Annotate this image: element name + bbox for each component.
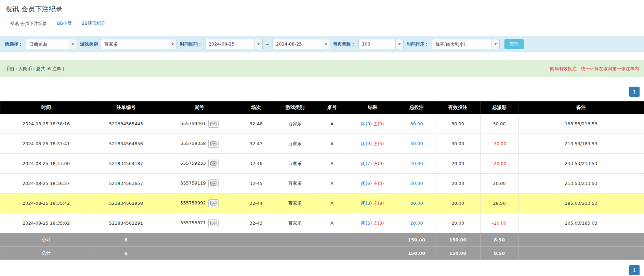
subtotal-total-bet: 150.00 <box>398 233 435 247</box>
game-type-select[interactable]: 百家乐 <box>101 39 177 49</box>
cell-round-id: 555759358 <box>160 134 239 154</box>
search-button[interactable]: 查询 <box>504 39 524 49</box>
cell-bet-id: 521834562291 <box>92 213 160 233</box>
column-header-payout: 总派彩 <box>480 101 518 114</box>
total-bet-link[interactable]: 30.00 <box>410 201 423 206</box>
cell-time: 2024-08-25 18:35:02 <box>0 213 92 233</box>
column-header-note: 备注 <box>518 101 644 114</box>
total-count: 6 <box>92 247 160 260</box>
cell-session: 32-46 <box>239 154 273 174</box>
game-type-value: 百家乐 <box>101 39 169 49</box>
query-type-select[interactable]: 日期查询 <box>26 39 77 49</box>
total-bet-link[interactable]: 30.00 <box>410 121 423 126</box>
game-replay-icon[interactable] <box>208 199 219 207</box>
table-row: 2024-08-25 18:37:41 521834564856 5557593… <box>0 134 644 154</box>
cell-bet-id: 521834564187 <box>92 154 160 174</box>
sort-order-value: 降幂(由大到小) <box>432 39 491 49</box>
cell-round-id: 555758871 <box>160 213 239 233</box>
tab-bb-video-points[interactable]: BB视讯积分 <box>77 17 110 30</box>
cell-valid-bet: 30.00 <box>435 134 481 154</box>
total-row: 总计 6 150.00 150.00 8.50 <box>0 247 644 260</box>
per-page-select[interactable]: 100 <box>358 39 404 49</box>
cell-total-bet: 20.00 <box>398 154 435 174</box>
notice-text: 同局有效投注，统一计算在该局第一张注单内 <box>550 66 639 72</box>
round-id-value: 555759119 <box>180 180 206 186</box>
tab-betting-records[interactable]: 视讯 会员下注纪录 <box>5 17 52 30</box>
chevron-down-icon[interactable] <box>69 39 77 49</box>
tab-bar: 视讯 会员下注纪录 BB小费 BB视讯积分 <box>0 17 644 30</box>
page-button[interactable]: 1 <box>629 87 640 97</box>
column-header-game-type: 游戏类别 <box>273 101 317 114</box>
date-to-value: 2024-08-25 <box>273 39 322 49</box>
game-replay-icon[interactable] <box>208 219 219 227</box>
filter-bar: 请选择： 日期查询 游戏类别 百家乐 时间区间： 2024-08-25 ~ 20… <box>0 36 644 52</box>
game-replay-icon[interactable] <box>208 179 219 187</box>
cell-result: 闲(9)庄(0) <box>347 114 398 134</box>
info-bar: 币别：人民币 | 总共 :6 注单 | 同局有效投注，统一计算在该局第一张注单内 <box>0 60 644 77</box>
date-to-select[interactable]: 2024-08-25 <box>273 39 330 49</box>
game-replay-icon[interactable] <box>208 160 219 167</box>
cell-total-bet: 20.00 <box>398 213 435 233</box>
subtotal-label: 小计 <box>0 233 92 247</box>
result-player: 闲(9) <box>361 141 372 146</box>
cell-payout: 30.00 <box>480 114 518 134</box>
cell-round-id: 555758992 <box>160 193 239 213</box>
column-header-table-no: 桌号 <box>317 101 347 114</box>
cell-bet-id: 521834564856 <box>92 134 160 154</box>
subtotal-payout: 8.50 <box>480 233 518 247</box>
total-bet-link[interactable]: 20.00 <box>410 221 423 226</box>
cell-note: 183.53/213.53 <box>518 114 644 134</box>
date-from-select[interactable]: 2024-08-25 <box>205 39 263 49</box>
query-type-value: 日期查询 <box>26 39 69 49</box>
result-banker: 庄(8) <box>373 201 384 206</box>
total-bet-link[interactable]: 30.00 <box>410 141 423 146</box>
cell-bet-id: 521834565443 <box>92 114 160 134</box>
cell-result: 闲(9)庄(5) <box>347 134 398 154</box>
game-replay-icon[interactable] <box>208 140 219 148</box>
tab-label: BB小费 <box>57 21 72 26</box>
cell-valid-bet: 20.00 <box>435 213 481 233</box>
cell-session: 32-44 <box>239 193 273 213</box>
game-type-label: 游戏类别 <box>80 41 98 47</box>
result-banker: 庄(0) <box>373 181 384 186</box>
total-bet-link[interactable]: 20.00 <box>410 181 423 186</box>
cell-game-type: 百家乐 <box>273 154 317 174</box>
cell-session: 32-45 <box>239 174 273 193</box>
result-banker: 庄(9) <box>373 161 384 166</box>
cell-time: 2024-08-25 18:38:16 <box>0 114 92 134</box>
cell-session: 32-48 <box>239 114 273 134</box>
cell-valid-bet: 30.00 <box>435 114 481 134</box>
page-button[interactable]: 1 <box>629 265 640 275</box>
cell-note: 185.03/213.53 <box>518 193 644 213</box>
per-page-label: 每页笔数： <box>333 41 355 47</box>
cell-valid-bet: 20.00 <box>435 154 481 174</box>
chevron-down-icon[interactable] <box>395 39 403 49</box>
pagination-top: 1 <box>0 87 644 97</box>
cell-game-type: 百家乐 <box>273 134 317 154</box>
chevron-down-icon[interactable] <box>491 39 499 49</box>
result-banker: 庄(3) <box>373 221 384 226</box>
chevron-down-icon[interactable] <box>254 39 262 49</box>
sort-order-select[interactable]: 降幂(由大到小) <box>432 39 500 49</box>
total-bet-link[interactable]: 20.00 <box>410 161 423 166</box>
sort-order-label: 时间排序： <box>407 41 429 47</box>
cell-result: 闲(6)庄(0) <box>347 174 398 193</box>
result-player: 闲(7) <box>361 161 372 166</box>
subtotal-count: 6 <box>92 233 160 247</box>
tab-bb-tips[interactable]: BB小费 <box>52 17 77 30</box>
page-root: 视讯 会员下注纪录 视讯 会员下注纪录 BB小费 BB视讯积分 请选择： 日期查… <box>0 0 644 275</box>
total-total-bet: 150.00 <box>398 247 435 260</box>
table-row: 2024-08-25 18:37:00 521834564187 5557592… <box>0 154 644 174</box>
chevron-down-icon[interactable] <box>169 39 176 49</box>
table-row: 2024-08-25 18:38:16 521834565443 5557594… <box>0 114 644 134</box>
cell-payout: 20.00 <box>480 174 518 193</box>
page-title: 视讯 会员下注纪录 <box>0 0 644 17</box>
chevron-down-icon[interactable] <box>322 39 330 49</box>
subtotal-row: 小计 6 150.00 150.00 8.50 <box>0 233 644 247</box>
cell-total-bet: 20.00 <box>398 174 435 193</box>
cell-game-type: 百家乐 <box>273 174 317 193</box>
game-replay-icon[interactable] <box>208 120 219 128</box>
result-player: 闲(9) <box>361 121 372 126</box>
total-payout: 8.50 <box>480 247 518 260</box>
round-id-value: 555759358 <box>180 141 206 146</box>
